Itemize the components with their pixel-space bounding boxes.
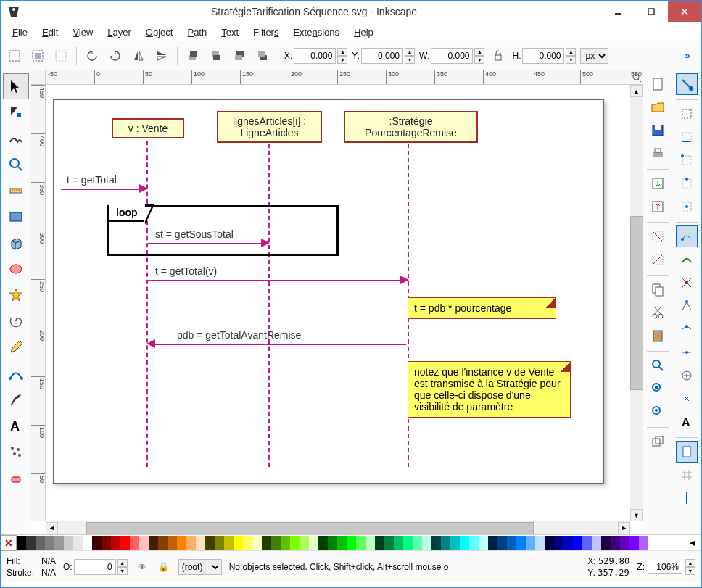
color-swatch[interactable] — [196, 536, 205, 550]
spinner[interactable]: ▲▼ — [566, 48, 576, 64]
toolbar-overflow-icon[interactable]: » — [678, 46, 697, 65]
snap-node-icon[interactable] — [676, 225, 698, 247]
eraser-tool[interactable] — [3, 465, 29, 491]
lower-bottom-icon[interactable] — [253, 46, 272, 65]
color-swatch[interactable] — [479, 536, 488, 550]
pencil-tool[interactable] — [3, 334, 29, 360]
msg-gettotal[interactable]: t = getTotal — [67, 174, 117, 186]
color-swatch[interactable] — [224, 536, 234, 550]
print-icon[interactable] — [647, 143, 669, 165]
color-swatch[interactable] — [139, 536, 149, 550]
calligraphy-tool[interactable] — [3, 386, 29, 413]
color-swatch[interactable] — [488, 536, 497, 550]
node-tool[interactable] — [3, 99, 29, 125]
color-swatch[interactable] — [394, 536, 403, 550]
color-swatch[interactable] — [497, 536, 507, 550]
spinner[interactable]: ▲▼ — [685, 559, 695, 575]
snap-center-icon[interactable] — [676, 196, 698, 218]
duplicate-icon[interactable] — [647, 431, 669, 452]
select-all-icon[interactable] — [28, 46, 47, 65]
color-swatch[interactable] — [347, 536, 356, 550]
close-button[interactable] — [668, 1, 701, 22]
layer-visibility-icon[interactable]: 👁 — [135, 560, 149, 574]
layer-lock-icon[interactable]: 🔒 — [157, 560, 171, 574]
color-swatch[interactable] — [262, 536, 271, 550]
coord-x-input[interactable] — [294, 48, 336, 64]
color-swatch[interactable] — [611, 536, 620, 550]
copy-icon[interactable] — [647, 278, 669, 300]
snap-rotation-center-icon[interactable] — [676, 388, 698, 410]
zoom-input[interactable] — [648, 560, 682, 574]
paste-icon[interactable] — [647, 325, 669, 347]
color-swatch[interactable] — [545, 536, 554, 550]
color-swatch[interactable] — [431, 536, 441, 550]
flip-h-icon[interactable] — [129, 46, 148, 65]
deselect-icon[interactable] — [51, 46, 70, 65]
cut-icon[interactable] — [647, 302, 669, 323]
snap-grid-icon[interactable] — [676, 464, 698, 486]
coord-w-input[interactable] — [431, 48, 473, 64]
menu-view[interactable]: View — [67, 25, 99, 40]
ellipse-tool[interactable] — [3, 256, 29, 282]
spray-tool[interactable] — [3, 439, 29, 465]
box3d-tool[interactable] — [3, 230, 29, 256]
color-swatch[interactable] — [45, 536, 54, 550]
snap-corner-icon[interactable] — [676, 149, 698, 171]
color-swatch[interactable] — [205, 536, 215, 550]
color-swatch[interactable] — [271, 536, 281, 550]
color-swatch[interactable] — [639, 536, 648, 550]
menu-file[interactable]: File — [7, 25, 33, 40]
color-swatch[interactable] — [592, 536, 601, 550]
scroll-right-icon[interactable]: ► — [618, 522, 630, 534]
color-swatch[interactable] — [554, 536, 563, 550]
snap-path-icon[interactable] — [676, 249, 698, 270]
import-icon[interactable] — [647, 173, 669, 194]
scroll-down-icon[interactable]: ▼ — [630, 509, 643, 521]
color-swatch[interactable] — [111, 536, 120, 550]
color-swatch[interactable] — [290, 536, 300, 550]
snap-smooth-icon[interactable] — [676, 318, 698, 340]
color-swatch[interactable] — [403, 536, 413, 550]
color-swatch[interactable] — [573, 536, 582, 550]
menu-path[interactable]: Path — [181, 25, 212, 40]
color-swatch[interactable] — [54, 536, 64, 550]
color-swatch[interactable] — [366, 536, 375, 550]
zoom-tool-icon[interactable] — [630, 70, 643, 85]
color-swatch[interactable] — [563, 536, 573, 550]
raise-top-icon[interactable] — [183, 46, 202, 65]
spinner[interactable]: ▲▼ — [117, 559, 128, 575]
snap-cusp-icon[interactable] — [676, 295, 698, 317]
tweak-tool[interactable] — [3, 125, 29, 152]
zoom-fit-icon[interactable] — [647, 355, 669, 376]
msg-gettotalv[interactable]: t = getTotal(v) — [155, 265, 217, 277]
color-swatch[interactable] — [413, 536, 422, 550]
new-doc-icon[interactable] — [647, 73, 669, 95]
coord-h-input[interactable] — [522, 48, 564, 64]
spiral-tool[interactable] — [3, 308, 29, 334]
color-swatch[interactable] — [243, 536, 252, 550]
color-swatch[interactable] — [318, 536, 328, 550]
note-formula[interactable]: t = pdb * pourcentage — [408, 297, 556, 319]
spinner[interactable]: ▲▼ — [474, 48, 484, 64]
color-swatch[interactable] — [601, 536, 611, 550]
uml-participant-lignes[interactable]: lignesArticles[i] : LigneArticles — [217, 111, 322, 143]
rect-tool[interactable] — [3, 204, 29, 230]
color-swatch[interactable] — [26, 536, 36, 550]
color-swatch[interactable] — [629, 536, 639, 550]
color-swatch[interactable] — [73, 536, 83, 550]
zoom-tool[interactable] — [3, 152, 29, 178]
color-swatch[interactable] — [252, 536, 262, 550]
msg-getsoustotal[interactable]: st = getSousTotal — [155, 228, 234, 240]
color-swatch[interactable] — [309, 536, 318, 550]
ruler-horizontal[interactable]: -50050100150200250300350400450500550 — [46, 70, 643, 85]
fill-stroke-indicator[interactable]: Fill: Stroke: — [7, 556, 34, 578]
scroll-left-icon[interactable]: ◄ — [46, 522, 58, 534]
select-all-layers-icon[interactable] — [5, 46, 24, 65]
menu-filters[interactable]: Filters — [247, 25, 284, 40]
color-swatch[interactable] — [507, 536, 516, 550]
color-swatch[interactable] — [384, 536, 394, 550]
color-swatch[interactable] — [36, 536, 45, 550]
color-swatch[interactable] — [281, 536, 290, 550]
color-swatch[interactable] — [149, 536, 158, 550]
color-swatch[interactable] — [168, 536, 177, 550]
